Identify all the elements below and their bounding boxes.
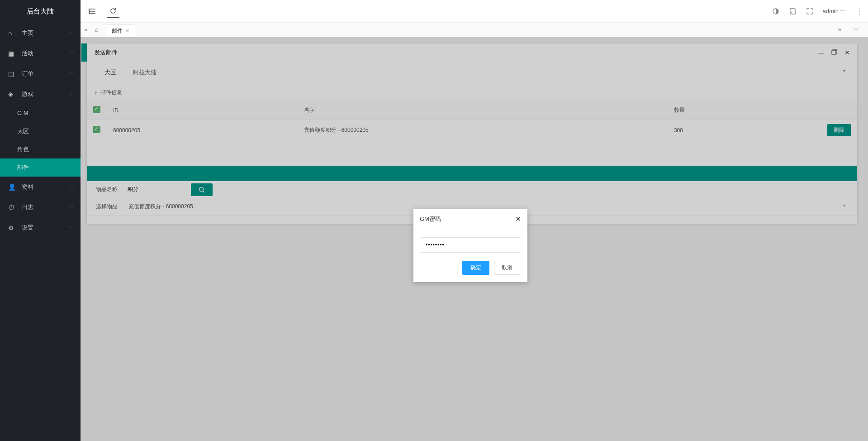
sidebar-item-label: 主页 [22, 29, 33, 37]
fullscreen-icon[interactable] [806, 8, 813, 14]
diamond-icon: ◈ [8, 91, 16, 98]
gm-password-input[interactable] [421, 237, 520, 253]
close-icon[interactable]: ✕ [515, 215, 521, 223]
sidebar-item-game[interactable]: ◈ 游戏 ︿ [0, 84, 81, 104]
sidebar-item-order[interactable]: ▤ 订单 ﹀ [0, 63, 81, 84]
sidebar-item-profile[interactable]: 👤 资料 ﹀ [0, 177, 81, 197]
sidebar-item-label: 设置 [22, 224, 33, 232]
topbar: admin ﹀ ⋮ [81, 0, 868, 23]
refresh-icon[interactable] [107, 5, 119, 18]
chevron-down-icon: ﹀ [69, 224, 74, 231]
confirm-button[interactable]: 确定 [462, 261, 489, 275]
sidebar-item-log[interactable]: ⏱ 日志 ﹀ [0, 197, 81, 217]
sidebar-sub-gm[interactable]: G M [0, 104, 81, 122]
content-area: 发送邮件 — ✕ 大区 阿拉大陆 ▾ [81, 37, 868, 441]
sidebar-sub-mail[interactable]: 邮件 [0, 158, 81, 177]
sidebar-item-label: 游戏 [22, 90, 33, 98]
list-icon: ▤ [8, 70, 16, 77]
svg-point-1 [791, 12, 792, 13]
sidebar-sub-role[interactable]: 角色 [0, 140, 81, 158]
user-icon: 👤 [8, 183, 16, 191]
tabbar: « ⌂ 邮件 ✕ » ﹀ [81, 23, 868, 37]
grid-icon: ▦ [8, 50, 16, 57]
tab-menu-icon[interactable]: ﹀ [854, 26, 864, 34]
sidebar-item-label: 日志 [22, 203, 33, 211]
modal-title: GM密码 [420, 215, 441, 223]
tab-mail[interactable]: 邮件 ✕ [106, 24, 135, 37]
sidebar-item-label: 活动 [22, 49, 33, 58]
user-menu[interactable]: admin ﹀ [823, 7, 846, 15]
cancel-button[interactable]: 取消 [494, 261, 520, 275]
tab-prev-icon[interactable]: « [84, 26, 95, 33]
sidebar-item-settings[interactable]: ⚙ 设置 ﹀ [0, 217, 81, 238]
chevron-up-icon: ︿ [69, 91, 74, 97]
chevron-down-icon: ﹀ [69, 183, 74, 190]
note-icon[interactable] [789, 8, 797, 15]
more-icon[interactable]: ⋮ [856, 7, 863, 15]
user-name: admin [823, 8, 839, 14]
tab-home-icon[interactable]: ⌂ [95, 26, 106, 33]
chevron-down-icon: ﹀ [840, 7, 846, 15]
chevron-down-icon: ﹀ [69, 70, 74, 77]
sidebar-item-label: 订单 [22, 70, 33, 78]
sidebar-item-label: 资料 [22, 183, 33, 191]
sidebar-toggle-icon[interactable] [86, 5, 99, 18]
sidebar-item-activity[interactable]: ▦ 活动 ﹀ [0, 43, 81, 63]
tab-label: 邮件 [112, 27, 123, 35]
home-icon: ⌂ [8, 29, 16, 37]
gm-password-modal: GM密码 ✕ 确定 取消 [413, 209, 527, 282]
sidebar-sub-region[interactable]: 大区 [0, 122, 81, 140]
chevron-down-icon: ﹀ [69, 50, 74, 57]
theme-icon[interactable] [772, 8, 779, 15]
sidebar-item-home[interactable]: ⌂ 主页 ﹀ [0, 23, 81, 43]
clock-icon: ⏱ [8, 204, 16, 211]
main-area: admin ﹀ ⋮ « ⌂ 邮件 ✕ » ﹀ 发 [81, 0, 868, 441]
sidebar: 后台大陆 ⌂ 主页 ﹀ ▦ 活动 ﹀ ▤ 订单 ﹀ ◈ 游戏 ︿ G M 大区 … [0, 0, 81, 441]
gear-icon: ⚙ [8, 224, 16, 231]
chevron-down-icon: ﹀ [69, 29, 74, 36]
app-root: 后台大陆 ⌂ 主页 ﹀ ▦ 活动 ﹀ ▤ 订单 ﹀ ◈ 游戏 ︿ G M 大区 … [0, 0, 868, 441]
brand-title: 后台大陆 [0, 0, 81, 23]
close-icon[interactable]: ✕ [125, 28, 129, 34]
tab-next-icon[interactable]: » [838, 26, 849, 34]
chevron-down-icon: ﹀ [69, 204, 74, 211]
